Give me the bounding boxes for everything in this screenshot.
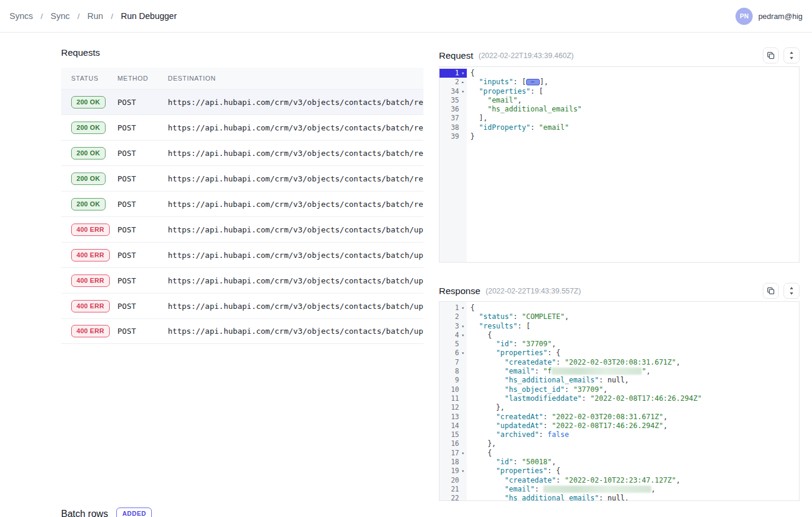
line-number[interactable]: 4▾ <box>440 331 467 340</box>
col-method: METHOD <box>117 75 168 82</box>
line-number[interactable]: 17▾ <box>440 449 467 458</box>
line-number[interactable]: 13 <box>440 413 467 422</box>
col-destination: DESTINATION <box>168 75 423 82</box>
status-badge: 400 ERR <box>71 275 110 287</box>
fold-closed-icon[interactable]: ▸ <box>459 78 467 87</box>
table-row[interactable]: 200 OKPOSThttps://api.hubapi.com/crm/v3/… <box>61 89 423 114</box>
code-line: 39} <box>440 132 799 141</box>
request-timestamp: (2022-02-22T19:43:39.460Z) <box>479 52 574 60</box>
code-text: "hs_additional_emails": null, <box>467 494 629 501</box>
fold-open-icon[interactable]: ▾ <box>459 449 467 458</box>
code-text: "createdate": "2022-02-03T20:08:31.671Z"… <box>467 358 680 367</box>
line-number[interactable]: 9 <box>440 376 467 385</box>
table-row[interactable]: 400 ERRPOSThttps://api.hubapi.com/crm/v3… <box>61 293 423 318</box>
line-number[interactable]: 37 <box>440 114 467 123</box>
line-number[interactable]: 1▾ <box>440 69 467 78</box>
code-line: 1▾{ <box>440 304 799 312</box>
line-number[interactable]: 2▸ <box>440 78 467 87</box>
copy-icon[interactable] <box>763 47 779 63</box>
response-code-editor[interactable]: 1▾{2 "status": "COMPLETE",3▾ "results": … <box>439 301 800 501</box>
fold-open-icon[interactable]: ▾ <box>459 349 467 358</box>
line-number[interactable]: 7 <box>440 358 467 367</box>
response-panel-header: Response (2022-02-22T19:43:39.557Z) <box>439 283 800 299</box>
fold-open-icon[interactable]: ▾ <box>459 304 467 312</box>
code-line: 10 "hs_object_id": "37709", <box>440 385 799 394</box>
line-number[interactable]: 22 <box>440 494 467 501</box>
breadcrumb-item-syncs[interactable]: Syncs <box>9 11 33 21</box>
destination-cell: https://api.hubapi.com/crm/v3/objects/co… <box>168 302 423 311</box>
line-number[interactable]: 8 <box>440 367 467 376</box>
line-number[interactable]: 12 <box>440 403 467 412</box>
added-badge: ADDED <box>116 508 152 517</box>
table-row[interactable]: 400 ERRPOSThttps://api.hubapi.com/crm/v3… <box>61 318 423 344</box>
table-row[interactable]: 200 OKPOSThttps://api.hubapi.com/crm/v3/… <box>61 191 423 216</box>
method-cell: POST <box>117 123 168 132</box>
fold-open-icon[interactable]: ▾ <box>459 69 467 78</box>
line-number[interactable]: 10 <box>440 385 467 394</box>
line-number[interactable]: 36 <box>440 105 467 114</box>
breadcrumb-separator: / <box>78 12 80 21</box>
line-number[interactable]: 6▾ <box>440 349 467 358</box>
requests-title: Requests <box>61 47 100 58</box>
line-number[interactable]: 3▾ <box>440 322 467 331</box>
line-number[interactable]: 15 <box>440 430 467 439</box>
breadcrumb-item-sync[interactable]: Sync <box>50 11 69 21</box>
line-number[interactable]: 35 <box>440 96 467 105</box>
request-code-editor[interactable]: 1▾{2▸ "inputs": [⋯],34▾ "properties": [3… <box>439 66 800 263</box>
status-cell: 200 OK <box>61 198 117 210</box>
code-line: 14 "updatedAt": "2022-02-08T17:46:26.294… <box>440 422 799 430</box>
unfold-icon[interactable] <box>784 283 800 299</box>
line-number[interactable]: 11 <box>440 394 467 403</box>
folded-code-pill[interactable]: ⋯ <box>526 79 540 85</box>
status-badge: 200 OK <box>71 173 106 185</box>
fold-open-icon[interactable]: ▾ <box>459 331 467 340</box>
code-text: "properties": { <box>467 467 561 475</box>
unfold-icon[interactable] <box>784 47 800 63</box>
code-line: 12 }, <box>440 403 799 412</box>
line-number[interactable]: 16 <box>440 439 467 448</box>
status-cell: 200 OK <box>61 122 117 134</box>
copy-icon[interactable] <box>763 283 779 299</box>
status-cell: 400 ERR <box>61 325 117 337</box>
fold-open-icon[interactable]: ▾ <box>459 322 467 331</box>
breadcrumb-item-run[interactable]: Run <box>87 11 103 21</box>
destination-cell: https://api.hubapi.com/crm/v3/objects/co… <box>168 276 423 285</box>
line-number[interactable]: 38 <box>440 123 467 132</box>
table-row[interactable]: 200 OKPOSThttps://api.hubapi.com/crm/v3/… <box>61 140 423 165</box>
line-number[interactable]: 34▾ <box>440 87 467 96</box>
code-line: 35 "email", <box>440 96 799 105</box>
code-text: "properties": { <box>467 349 561 358</box>
line-number[interactable]: 19▾ <box>440 467 467 475</box>
fold-open-icon[interactable]: ▾ <box>459 87 467 96</box>
request-title: Request <box>439 50 473 61</box>
destination-cell: https://api.hubapi.com/crm/v3/objects/co… <box>168 327 423 336</box>
code-text: "status": "COMPLETE", <box>467 312 569 321</box>
line-number[interactable]: 14 <box>440 422 467 430</box>
table-row[interactable]: 200 OKPOSThttps://api.hubapi.com/crm/v3/… <box>61 165 423 191</box>
code-line: 21 "email": , <box>440 485 799 494</box>
fold-open-icon[interactable]: ▾ <box>459 467 467 475</box>
line-number[interactable]: 20 <box>440 476 467 485</box>
line-number[interactable]: 5 <box>440 340 467 349</box>
method-cell: POST <box>117 98 168 107</box>
table-row[interactable]: 200 OKPOSThttps://api.hubapi.com/crm/v3/… <box>61 114 423 140</box>
avatar[interactable]: PN <box>735 8 753 25</box>
user-menu[interactable]: PN pedram@hig <box>735 8 803 25</box>
destination-cell: https://api.hubapi.com/crm/v3/objects/co… <box>168 123 423 132</box>
destination-cell: https://api.hubapi.com/crm/v3/objects/co… <box>168 251 423 260</box>
table-row[interactable]: 400 ERRPOSThttps://api.hubapi.com/crm/v3… <box>61 216 423 242</box>
method-cell: POST <box>117 327 168 336</box>
line-number[interactable]: 1▾ <box>440 304 467 312</box>
code-line: 8 "email": "f", <box>440 367 799 376</box>
line-number[interactable]: 18 <box>440 458 467 467</box>
code-text: "createdAt": "2022-02-03T20:08:31.671Z", <box>467 413 667 422</box>
table-row[interactable]: 400 ERRPOSThttps://api.hubapi.com/crm/v3… <box>61 242 423 267</box>
code-line: 2 "status": "COMPLETE", <box>440 312 799 321</box>
table-row[interactable]: 400 ERRPOSThttps://api.hubapi.com/crm/v3… <box>61 267 423 293</box>
line-number[interactable]: 39 <box>440 132 467 141</box>
top-bar: Syncs/Sync/Run/Run Debugger PN pedram@hi… <box>0 0 812 33</box>
line-number[interactable]: 21 <box>440 485 467 494</box>
status-badge: 200 OK <box>71 96 106 108</box>
code-line: 20 "createdate": "2022-02-10T22:23:47.12… <box>440 476 799 485</box>
line-number[interactable]: 2 <box>440 312 467 321</box>
